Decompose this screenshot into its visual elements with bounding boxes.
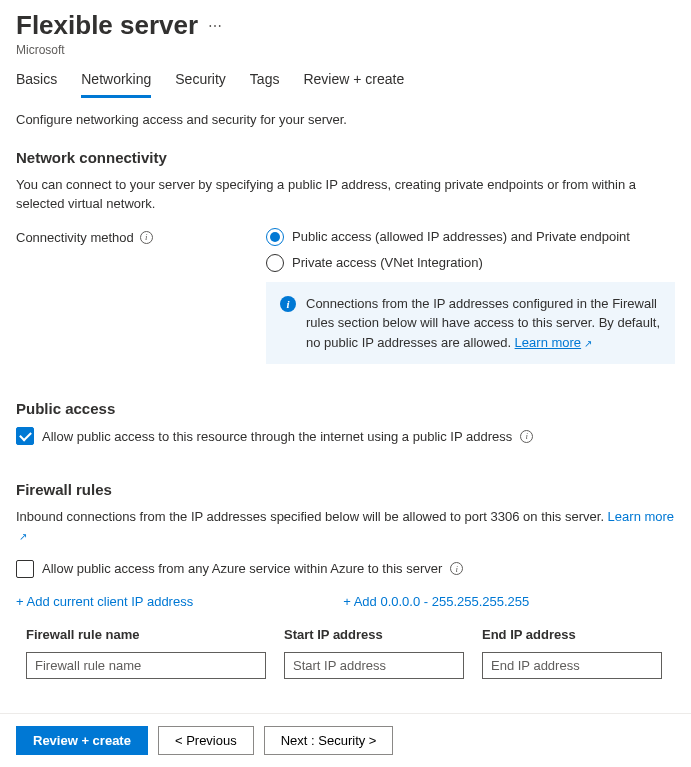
tab-review[interactable]: Review + create <box>303 71 404 98</box>
public-access-title: Public access <box>16 400 675 417</box>
previous-button[interactable]: < Previous <box>158 726 254 755</box>
radio-private-access[interactable]: Private access (VNet Integration) <box>266 254 675 272</box>
radio-public-label: Public access (allowed IP addresses) and… <box>292 229 630 244</box>
allow-azure-services-checkbox[interactable]: Allow public access from any Azure servi… <box>16 560 675 578</box>
end-ip-input[interactable] <box>482 652 662 679</box>
allow-azure-label: Allow public access from any Azure servi… <box>42 561 442 576</box>
col-start-ip: Start IP address <box>284 627 464 642</box>
external-link-icon: ↗ <box>584 336 592 351</box>
radio-icon <box>266 254 284 272</box>
col-end-ip: End IP address <box>482 627 662 642</box>
external-link-icon: ↗ <box>19 530 27 545</box>
tab-networking[interactable]: Networking <box>81 71 151 98</box>
page-subtitle: Microsoft <box>16 43 675 57</box>
add-current-ip-link[interactable]: + Add current client IP address <box>16 594 193 609</box>
checkbox-icon <box>16 560 34 578</box>
next-button[interactable]: Next : Security > <box>264 726 394 755</box>
info-callout: i Connections from the IP addresses conf… <box>266 282 675 365</box>
review-create-button[interactable]: Review + create <box>16 726 148 755</box>
learn-more-link[interactable]: Learn more↗ <box>515 335 592 350</box>
page-description: Configure networking access and security… <box>16 112 675 127</box>
connectivity-desc: You can connect to your server by specif… <box>16 176 675 214</box>
page-title: Flexible server <box>16 10 198 41</box>
firewall-table-header: Firewall rule name Start IP address End … <box>16 627 675 642</box>
more-actions-icon[interactable]: ⋯ <box>208 18 223 34</box>
wizard-footer: Review + create < Previous Next : Securi… <box>0 713 691 767</box>
info-icon[interactable]: i <box>140 231 153 244</box>
add-ip-range-link[interactable]: + Add 0.0.0.0 - 255.255.255.255 <box>343 594 529 609</box>
firewall-table-row <box>16 652 675 679</box>
start-ip-input[interactable] <box>284 652 464 679</box>
radio-public-access[interactable]: Public access (allowed IP addresses) and… <box>266 228 675 246</box>
allow-public-access-label: Allow public access to this resource thr… <box>42 429 512 444</box>
info-icon[interactable]: i <box>520 430 533 443</box>
tab-tags[interactable]: Tags <box>250 71 280 98</box>
info-icon: i <box>280 296 296 312</box>
checkbox-icon <box>16 427 34 445</box>
page-header: Flexible server ⋯ Microsoft <box>0 0 691 57</box>
allow-public-access-checkbox[interactable]: Allow public access to this resource thr… <box>16 427 675 445</box>
main-content: Configure networking access and security… <box>0 98 691 759</box>
connectivity-method-label-text: Connectivity method <box>16 230 134 245</box>
firewall-desc-text: Inbound connections from the IP addresse… <box>16 509 608 524</box>
connectivity-method-label: Connectivity method i <box>16 228 266 245</box>
firewall-desc: Inbound connections from the IP addresse… <box>16 508 675 546</box>
tab-bar: Basics Networking Security Tags Review +… <box>0 57 691 98</box>
tab-basics[interactable]: Basics <box>16 71 57 98</box>
info-icon[interactable]: i <box>450 562 463 575</box>
info-text-content: Connections from the IP addresses config… <box>306 296 660 350</box>
firewall-title: Firewall rules <box>16 481 675 498</box>
tab-security[interactable]: Security <box>175 71 226 98</box>
connectivity-title: Network connectivity <box>16 149 675 166</box>
firewall-rule-name-input[interactable] <box>26 652 266 679</box>
radio-icon <box>266 228 284 246</box>
col-rule-name: Firewall rule name <box>26 627 266 642</box>
radio-private-label: Private access (VNet Integration) <box>292 255 483 270</box>
info-text: Connections from the IP addresses config… <box>306 294 661 353</box>
